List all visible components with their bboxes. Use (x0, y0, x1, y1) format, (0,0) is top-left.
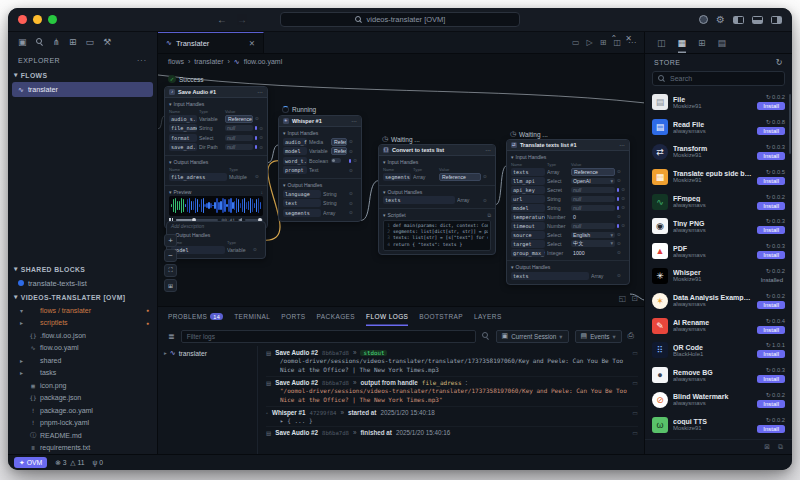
log-entry[interactable]: ▤ Save Audio #2 8b6ba7d8 » finished at 2… (266, 427, 638, 438)
package-icon[interactable]: ▭ (86, 37, 95, 47)
input-handle-row[interactable]: audio_s... Variable Reference (169, 114, 263, 124)
store-item[interactable]: ✎ AI Rename alwaysmavs ↻ 0.0.4 Install (645, 313, 792, 338)
node-more-icon[interactable]: ⋯ (351, 118, 357, 124)
zoom-in-button[interactable]: + (164, 234, 177, 247)
store-item[interactable]: ⊘ Blind Watermark alwaysmavs ↻ 0.0.2 Ins… (645, 388, 792, 413)
panel-tab[interactable]: PROBLEMS 14 (168, 307, 223, 326)
breadcrumb[interactable]: flows› translater› ∿ flow.oo.yaml (158, 54, 644, 69)
output-handle-row[interactable]: file_adress Multiple (169, 172, 263, 182)
input-handle-row[interactable]: target Select 中文 (511, 239, 625, 248)
log-panel-icon[interactable]: ▭ (632, 379, 638, 386)
eye-icon[interactable] (617, 196, 625, 201)
close-window-button[interactable] (18, 15, 27, 24)
input-handle-row[interactable]: audio_file Media Reference (283, 137, 357, 147)
eye-icon[interactable] (617, 205, 625, 210)
eye-icon[interactable] (349, 168, 357, 173)
log-tree-item-translater[interactable]: ▸ ∿ translater (164, 349, 251, 357)
settings-gear-icon[interactable]: ⚙ (716, 14, 725, 25)
lock-canvas-icon[interactable]: ⊡ (631, 294, 638, 303)
toggle-left-panel-icon[interactable] (733, 16, 744, 24)
input-handle-row[interactable]: word_t... Boolean (283, 156, 357, 166)
toggle-bottom-panel-icon[interactable] (752, 16, 763, 24)
sidebar-item-translate-texts-list[interactable]: translate-texts-list (8, 276, 157, 290)
eye-icon[interactable] (349, 149, 357, 154)
zoom-window-button[interactable] (48, 15, 57, 24)
tab-translater[interactable]: ∿ Translater ✕ (158, 32, 264, 53)
eye-icon[interactable] (483, 198, 491, 203)
panel-tab[interactable]: FLOW LOGS (366, 307, 408, 326)
panel-tab[interactable]: PORTS (281, 307, 305, 326)
eye-icon[interactable] (349, 191, 357, 196)
node-model[interactable]: Add description ▾Output Handles NameType… (166, 221, 266, 259)
eye-icon[interactable] (255, 126, 263, 131)
collapse-panel-icon[interactable]: ⌃ (611, 34, 618, 43)
install-button[interactable]: Installed (759, 276, 785, 284)
node-whisper[interactable]: ✳ Whisper #1 ⋯ ▾Input Handles audio_file… (278, 115, 362, 222)
install-button[interactable]: Install (757, 102, 785, 110)
input-handle-row[interactable]: url String null (511, 194, 625, 203)
install-button[interactable]: Install (757, 202, 785, 210)
add-description-placeholder[interactable]: Add description (167, 222, 265, 229)
install-button[interactable]: Install (757, 152, 785, 160)
sidebar-item-translater[interactable]: ∿ translater (12, 82, 153, 97)
panel-tab[interactable]: LAYERS (474, 307, 502, 326)
search-icon[interactable] (36, 38, 44, 46)
download-icon[interactable]: ↓ (261, 189, 264, 195)
store-icon[interactable]: ▦ (678, 32, 687, 53)
project-section-header[interactable]: ▾ VIDEOS-TRANSLATER [OVM] (8, 290, 157, 304)
output-handle-row[interactable]: model Variable (171, 245, 261, 255)
store-item[interactable]: ▤ File Moskize91 ↻ 0.0.2 Install (645, 90, 792, 115)
input-handle-row[interactable]: llm_api Select OpenAI (511, 176, 625, 185)
store-item[interactable]: ω coqui TTS Moskize91 ↻ 0.0.2 Install (645, 412, 792, 437)
blocks-icon[interactable]: ⊞ (69, 37, 77, 47)
external-link-icon[interactable]: ⧉ (778, 443, 783, 451)
minimize-window-button[interactable] (33, 15, 42, 24)
file-tree-row[interactable]: ∿ flow.oo.yaml (8, 342, 157, 355)
store-item[interactable]: ✶ Data Analysis Examples alwaysmavs ↻ 0.… (645, 288, 792, 313)
scrollbar-thumb[interactable] (789, 94, 792, 154)
store-item[interactable]: ⇄ Transform Moskize91 ↻ 0.0.3 Install (645, 140, 792, 165)
input-handle-row[interactable]: model String null (511, 203, 625, 212)
refresh-icon[interactable]: ↻ (776, 58, 783, 67)
store-item[interactable]: ◉ Tiny PNG alwaysmavs ↻ 0.0.3 Install (645, 214, 792, 239)
eye-icon[interactable] (255, 135, 263, 140)
back-icon[interactable]: ← (217, 14, 227, 25)
file-tree-row[interactable]: ▾ flows / translater ● (8, 304, 157, 317)
log-list[interactable]: ▤ Save Audio #2 8b6ba7d8 » stdout ▭ /oom… (258, 346, 644, 454)
file-tree-row[interactable]: ▦ icon.png (8, 379, 157, 392)
eye-icon[interactable] (253, 247, 261, 252)
eye-icon[interactable] (349, 139, 357, 144)
install-button[interactable]: Install (757, 177, 785, 185)
input-handle-row[interactable]: model Variable Reference (283, 147, 357, 157)
file-tree-row[interactable]: ≣ requirements.txt (8, 442, 157, 455)
flask-icon[interactable]: ⊞ (698, 32, 706, 53)
branch-icon[interactable]: ⋔ (53, 37, 61, 47)
shared-blocks-section-header[interactable]: ▾ SHARED BLOCKS (8, 262, 157, 276)
file-tree-row[interactable]: ! package.oo.yaml (8, 404, 157, 417)
eye-icon[interactable] (617, 223, 625, 228)
run-flow-icon[interactable]: ▷ (587, 38, 593, 47)
install-button[interactable]: Install (757, 350, 785, 358)
scriptlet-code[interactable]: 1 def main(params: dict, context: Contex… (383, 220, 491, 251)
file-tree-row[interactable]: {} .flow.ui.oo.json (8, 329, 157, 342)
ports-status[interactable]: ψ 0 (93, 459, 104, 466)
eye-icon[interactable] (617, 178, 625, 183)
filter-logs-input[interactable]: Filter logs (181, 330, 476, 343)
node-more-icon[interactable]: ⋯ (485, 147, 491, 153)
install-button[interactable]: Install (757, 226, 785, 234)
extensions-icon[interactable]: ◫ (657, 32, 666, 53)
input-handle-row[interactable]: save_ad... Dir Path null (169, 143, 263, 153)
problems-status[interactable]: ⊗ 3 △ 11 (55, 459, 84, 467)
eye-icon[interactable] (255, 116, 263, 121)
tools-icon[interactable]: ⚒ (103, 37, 111, 47)
eye-icon[interactable] (617, 232, 625, 237)
eye-icon[interactable] (349, 201, 357, 206)
close-tab-icon[interactable]: ✕ (249, 39, 255, 48)
minimap-toggle-icon[interactable]: ◱ (619, 294, 627, 303)
node-save-audio[interactable]: ♪ Save Audio #1 ⋯ ▾Input Handles NameTyp… (164, 86, 268, 229)
forward-icon[interactable]: → (237, 14, 247, 25)
filter-list-icon[interactable]: ≣ (168, 332, 175, 341)
input-handle-row[interactable]: format Select null (169, 133, 263, 143)
input-handle-row[interactable]: source Select English (511, 230, 625, 239)
install-button[interactable]: Install (757, 251, 785, 259)
